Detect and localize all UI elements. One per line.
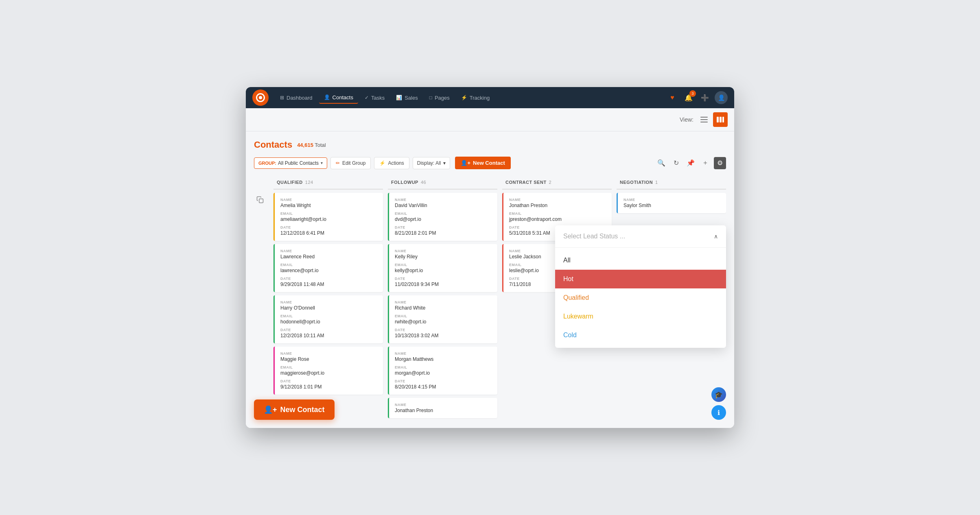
nav-item-sales[interactable]: 📊 Sales [391,92,423,103]
copy-icon[interactable] [254,194,266,206]
tracking-icon: ⚡ [461,95,467,100]
option-all[interactable]: All [555,251,726,270]
add-person-icon: 👤+ [461,160,470,166]
dropdown-chevron-up-icon[interactable]: ∧ [714,233,718,240]
pin-button[interactable]: 📌 [685,157,697,169]
contacts-icon: 👤 [324,94,330,100]
contact-email: lawrence@oprt.io [280,268,377,273]
contact-name: Saylor Smith [623,203,720,208]
lead-status-dropdown: Select Lead Status ... ∧ All Hot Qualifi… [555,225,726,348]
notifications-button[interactable]: 🔔 3 [682,91,695,104]
contact-email: hodonnell@oprt.io [280,319,377,325]
nav-item-dashboard[interactable]: ⊞ Dashboard [275,92,317,103]
contact-date: 8/21/2018 2:01 PM [395,230,492,236]
contact-name: Maggie Rose [280,356,377,362]
lightning-icon: ⚡ [379,160,385,166]
name-label: NAME [395,403,492,407]
svg-rect-6 [259,199,263,203]
settings-button[interactable]: ⚙ [714,157,726,169]
nav-item-contacts[interactable]: 👤 Contacts [319,92,358,104]
app-logo[interactable] [252,89,269,106]
nav-item-pages[interactable]: □ Pages [424,92,455,103]
info-button[interactable]: ℹ [711,405,726,420]
add-person-float-icon: 👤+ [264,405,277,414]
contact-card[interactable]: NAME David VanVillin EMAIL dvd@oprt.io D… [388,193,497,241]
date-label: DATE [280,277,377,281]
contact-date: 12/2/2018 10:11 AM [280,333,377,338]
new-contact-button[interactable]: 👤+ New Contact [455,157,510,169]
contact-date: 9/29/2018 11:48 AM [280,282,377,287]
group-label: GROUP: [258,161,276,166]
chevron-down-icon: ▾ [321,161,323,165]
contact-name: Richard White [395,305,492,311]
contact-card[interactable]: NAME Saylor Smith [617,193,726,213]
email-label: EMAIL [280,365,377,369]
name-label: NAME [395,249,492,253]
display-select[interactable]: Display: All ▾ [413,157,451,169]
option-cold[interactable]: Cold [555,326,726,345]
contact-email: morgan@oprt.io [395,370,492,376]
view-toggle-bar: View: [246,108,734,131]
nav-item-tasks[interactable]: ✓ Tasks [360,92,389,103]
col-count-negotiation: 1 [655,180,658,185]
app-window: ⊞ Dashboard 👤 Contacts ✓ Tasks 📊 Sales □… [246,87,734,428]
svg-rect-4 [720,117,722,122]
date-label: DATE [280,225,377,229]
contact-card[interactable]: NAME Harry O'Donnell EMAIL hodonnell@opr… [273,295,383,343]
refresh-button[interactable]: ↻ [670,157,682,169]
name-label: NAME [623,198,720,202]
edit-group-button[interactable]: ✏ Edit Group [330,157,371,169]
email-label: EMAIL [280,212,377,216]
col-label-followup: FOLLOWUP [391,180,418,185]
contact-email: maggierose@oprt.io [280,370,377,376]
contact-email: ameliawright@oprt.io [280,216,377,222]
col-count-followup: 46 [421,180,426,185]
contact-card[interactable]: NAME Amelia Wright EMAIL ameliawright@op… [273,193,383,241]
nav-item-tracking[interactable]: ⚡ Tracking [456,92,494,103]
pencil-icon: ✏ [336,160,340,166]
group-value: All Public Contacts [278,160,319,166]
favorites-button[interactable]: ♥ [666,91,679,104]
contact-card[interactable]: NAME Kelly Riley EMAIL kelly@oprt.io DAT… [388,244,497,292]
col-label-negotiation: NEGOTIATION [620,180,653,185]
kanban-col-qualified: QUALIFIED124 NAME Amelia Wright EMAIL am… [273,176,383,421]
option-lukewarm[interactable]: Lukewarm [555,307,726,326]
actions-button[interactable]: ⚡ Actions [374,157,409,169]
option-hot[interactable]: Hot [555,270,726,288]
contact-name: Jonathan Preston [509,203,606,208]
notifications-badge: 3 [689,90,696,97]
contact-date: 10/13/2018 3:02 AM [395,333,492,338]
contact-card[interactable]: NAME Lawrence Reed EMAIL lawrence@oprt.i… [273,244,383,292]
col-header-contract_sent: CONTRACT SENT2 [502,176,612,190]
option-qualified[interactable]: Qualified [555,288,726,307]
svg-rect-5 [722,117,724,122]
new-contact-float-button[interactable]: 👤+ New Contact [254,399,335,420]
list-view-button[interactable] [697,112,711,127]
contact-email: rwhite@oprt.io [395,319,492,325]
contact-name: Lawrence Reed [280,254,377,260]
add-column-button[interactable]: ＋ [699,157,711,169]
contact-card[interactable]: NAME Maggie Rose EMAIL maggierose@oprt.i… [273,347,383,395]
col-header-negotiation: NEGOTIATION1 [617,176,726,190]
learn-button[interactable]: 🎓 [711,387,726,402]
dashboard-icon: ⊞ [280,95,284,100]
contact-card[interactable]: NAME Morgan Matthews EMAIL morgan@oprt.i… [388,347,497,395]
svg-rect-2 [700,122,708,122]
contact-date: 11/02/2018 9:34 PM [395,282,492,287]
chevron-down-icon: ▾ [443,160,446,166]
user-avatar[interactable]: 👤 [715,91,728,104]
toolbar-right: 🔍 ↻ 📌 ＋ ⚙ [655,157,726,169]
contact-date: 9/12/2018 1:01 PM [280,384,377,390]
contact-name: Amelia Wright [280,203,377,208]
date-label: DATE [395,277,492,281]
page-title: Contacts [254,140,292,150]
contact-name: Kelly Riley [395,254,492,260]
search-button[interactable]: 🔍 [655,157,667,169]
kanban-view-button[interactable] [713,112,728,127]
name-label: NAME [280,351,377,356]
contact-card[interactable]: NAME Richard White EMAIL rwhite@oprt.io … [388,295,497,343]
group-select[interactable]: GROUP: All Public Contacts ▾ [254,157,327,169]
add-button[interactable]: ➕ [698,91,711,104]
date-label: DATE [395,328,492,332]
contact-card[interactable]: NAME Jonathan Preston [388,398,497,418]
